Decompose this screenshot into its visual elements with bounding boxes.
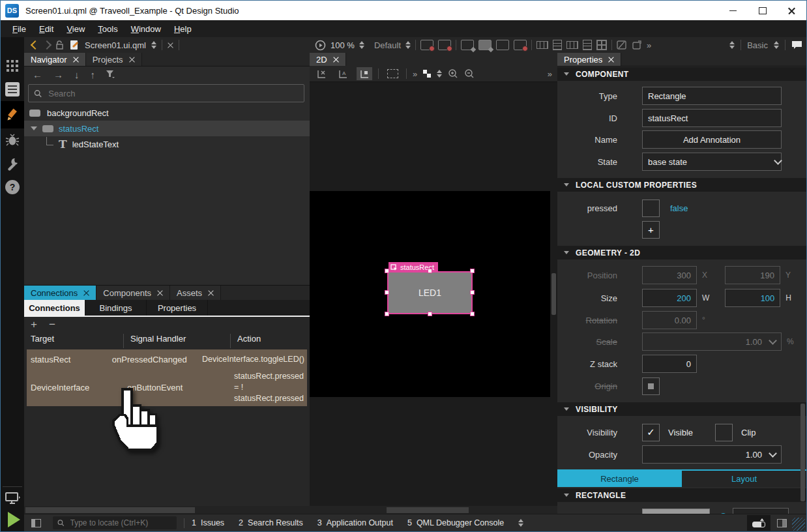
- distribute-columns-icon[interactable]: [536, 41, 548, 49]
- tree-item-backgroundRect[interactable]: backgroundRect: [24, 105, 310, 121]
- canvas-overflow-right-icon[interactable]: »: [548, 69, 552, 79]
- run-preview-icon[interactable]: [315, 40, 326, 51]
- move-right-icon[interactable]: →: [53, 69, 63, 80]
- locator-input[interactable]: [69, 518, 172, 528]
- section-visibility[interactable]: VISIBILITY: [557, 402, 806, 416]
- search-input[interactable]: [47, 88, 299, 99]
- remove-connection-button[interactable]: −: [49, 318, 55, 331]
- move-up-icon[interactable]: ↑: [91, 69, 96, 80]
- menu-view[interactable]: View: [60, 22, 91, 37]
- snap-objects-icon[interactable]: [357, 67, 372, 80]
- expander-icon[interactable]: [31, 126, 37, 130]
- toggle-right-panel-icon[interactable]: [777, 519, 787, 527]
- id-input[interactable]: statusRect: [642, 109, 782, 127]
- tab-connections[interactable]: Connections: [24, 286, 96, 300]
- snap-anchors-icon[interactable]: A: [335, 67, 351, 80]
- menu-window[interactable]: Window: [125, 22, 168, 37]
- minimize-button[interactable]: [718, 1, 748, 20]
- table-row[interactable]: DeviceInterface onButtonEvent statusRect…: [27, 369, 307, 406]
- properties-vertical-scrollbar[interactable]: [800, 404, 805, 501]
- add-annotation-button[interactable]: Add Annotation: [642, 130, 782, 149]
- back-icon[interactable]: [31, 40, 40, 50]
- cell-action[interactable]: statusRect.pressed = ! statusRect.presse…: [230, 369, 307, 406]
- background-color-icon[interactable]: [423, 70, 431, 78]
- create-component-icon[interactable]: [461, 40, 474, 50]
- run-button[interactable]: [8, 512, 20, 527]
- group-icon[interactable]: [496, 40, 509, 50]
- opacity-dropdown[interactable]: 1.00: [642, 445, 782, 464]
- rotate-component-icon[interactable]: [632, 40, 642, 50]
- tab-close-icon[interactable]: [208, 290, 214, 296]
- toggle-left-panel-icon[interactable]: [31, 519, 41, 527]
- sidebar-item-welcome[interactable]: [1, 54, 24, 78]
- canvas-vertical-scrollbar[interactable]: [551, 273, 556, 315]
- add-connection-button[interactable]: +: [31, 318, 37, 331]
- status-rect-component[interactable]: LED1: [387, 271, 473, 314]
- resize-handle-sw[interactable]: [385, 312, 389, 316]
- resize-handle-nw[interactable]: [385, 269, 389, 273]
- tree-item-ledStateText[interactable]: T ledStateText: [24, 136, 310, 152]
- resize-handle-s[interactable]: [428, 312, 432, 316]
- resize-handle-w[interactable]: [385, 290, 389, 295]
- distribute-rows-icon[interactable]: [553, 40, 562, 50]
- move-left-icon[interactable]: ←: [33, 69, 42, 80]
- menu-help[interactable]: Help: [168, 22, 198, 37]
- width-input[interactable]: 200: [642, 289, 697, 307]
- locator-field[interactable]: [53, 516, 177, 529]
- unlock-icon[interactable]: [55, 40, 64, 50]
- table-row[interactable]: statusRect onPressedChanged DeviceInterf…: [27, 349, 307, 369]
- height-input[interactable]: 100: [725, 289, 780, 307]
- output-pane-search-results[interactable]: 2Search Results: [239, 518, 303, 527]
- sidebar-item-edit[interactable]: [1, 78, 24, 101]
- layout-columns-icon[interactable]: [566, 41, 578, 49]
- output-pane-application-output[interactable]: 3Application Output: [317, 518, 393, 527]
- canvas-overflow-icon[interactable]: »: [413, 69, 417, 79]
- filter-icon[interactable]: [106, 70, 115, 78]
- extract-component-icon[interactable]: [478, 40, 492, 50]
- state-dropdown[interactable]: base state: [642, 153, 782, 171]
- menu-file[interactable]: File: [6, 22, 33, 37]
- state-selector[interactable]: Default: [374, 40, 401, 50]
- show-bounds-icon[interactable]: [385, 67, 400, 80]
- resize-grip[interactable]: [792, 518, 805, 531]
- style-spinner-icon[interactable]: [774, 41, 779, 49]
- add-property-button[interactable]: +: [642, 221, 660, 239]
- subtab-properties[interactable]: Properties: [147, 300, 208, 316]
- sidebar-item-debug[interactable]: [1, 128, 24, 152]
- tab-2d[interactable]: 2D: [310, 53, 346, 66]
- tab-properties[interactable]: Properties: [557, 53, 621, 66]
- tab-close-icon[interactable]: [333, 57, 339, 63]
- background-spinner-icon[interactable]: [437, 70, 442, 78]
- style-selector[interactable]: Basic: [747, 40, 768, 50]
- tab-components[interactable]: Components: [96, 286, 170, 300]
- edit-document-icon[interactable]: [69, 40, 80, 50]
- zstack-input[interactable]: 0: [642, 355, 697, 373]
- cell-target[interactable]: statusRect: [27, 355, 108, 364]
- origin-selector[interactable]: [642, 377, 660, 395]
- resize-handle-se[interactable]: [470, 312, 475, 316]
- resize-handle-n[interactable]: [428, 269, 432, 273]
- rotation-input[interactable]: 0.00: [642, 311, 697, 329]
- tab-assets[interactable]: Assets: [170, 286, 221, 300]
- type-input[interactable]: Rectangle: [642, 87, 782, 105]
- forward-icon[interactable]: [42, 40, 51, 50]
- pressed-checkbox[interactable]: [642, 200, 660, 217]
- pressed-value[interactable]: false: [670, 203, 688, 213]
- section-component[interactable]: COMPONENT: [557, 67, 806, 81]
- left-panel-hscrollbar[interactable]: [25, 507, 195, 513]
- close-document-icon[interactable]: [168, 42, 173, 48]
- clip-checkbox[interactable]: [715, 424, 733, 441]
- layout-rows-icon[interactable]: [583, 40, 592, 50]
- section-local-custom-properties[interactable]: LOCAL CUSTOM PROPERTIES: [557, 178, 806, 192]
- tab-projects[interactable]: Projects: [86, 53, 142, 66]
- maximize-button[interactable]: [748, 1, 777, 20]
- document-switcher-icon[interactable]: [151, 41, 156, 49]
- zoom-level[interactable]: 100 %: [330, 40, 355, 50]
- workspace-spinner-icon[interactable]: [729, 41, 735, 49]
- sidebar-item-tools[interactable]: [1, 152, 24, 175]
- tab-layout[interactable]: Layout: [682, 471, 806, 487]
- ungroup-icon[interactable]: [514, 40, 527, 50]
- canvas-hscrollbar[interactable]: [387, 507, 469, 513]
- scale-dropdown[interactable]: 1.00: [642, 332, 782, 351]
- close-button[interactable]: [777, 1, 806, 20]
